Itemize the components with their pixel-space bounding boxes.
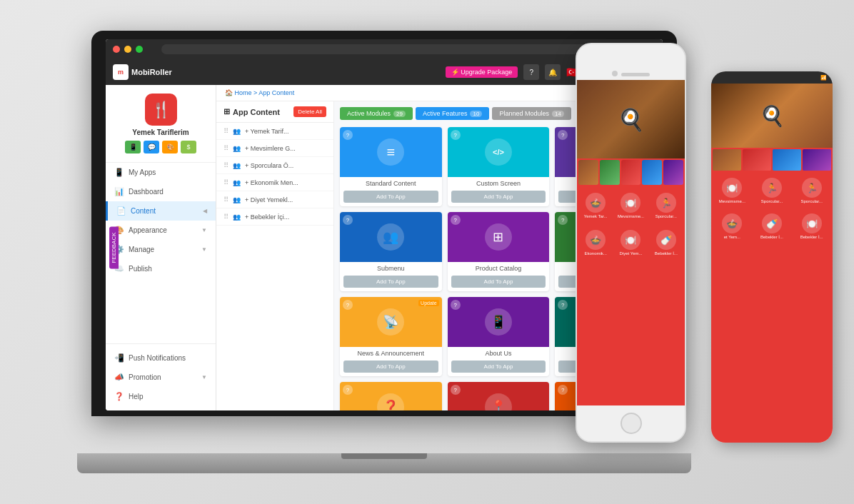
menu-item-2[interactable]: 🏃 Sporcular... <box>649 189 683 222</box>
panel-header: ⊞ App Content Delete All <box>216 101 333 123</box>
item-text-0: + Yemek Tarif... <box>245 128 289 135</box>
module-icon-10: 📍 <box>485 393 512 410</box>
sidebar-item-content[interactable]: 📄 Content ◀ <box>106 201 216 221</box>
item-text-3: + Ekonomik Men... <box>245 179 298 186</box>
iphone-screen: 🍳 🍲 Yemek Tar <box>577 80 685 405</box>
module-question-10[interactable]: ? <box>451 385 461 395</box>
sidebar-item-push[interactable]: 📲 Push Notifications <box>106 348 216 368</box>
module-header-10: ? 📍 <box>448 382 550 410</box>
menu-item-3[interactable]: 🍲 Ekonomik... <box>578 226 613 259</box>
module-question-9[interactable]: ? <box>343 385 353 395</box>
menu-icon-3: 🍲 <box>586 230 606 250</box>
logo-icon: m <box>113 64 129 80</box>
sidebar-item-help[interactable]: ❓ Help <box>106 387 216 406</box>
module-add-btn-7[interactable]: Add To App <box>451 361 546 373</box>
back-menu-label-4: et Yem... <box>724 235 740 239</box>
iphone-home-button[interactable] <box>621 413 642 434</box>
help-icon[interactable]: ? <box>523 64 539 80</box>
module-add-btn-6[interactable]: Add To App <box>343 361 438 373</box>
back-menu-item-5: 🍼 Bebekler İ... <box>753 211 792 242</box>
browser-dot-green[interactable] <box>136 46 143 53</box>
module-add-btn-4[interactable]: Add To App <box>451 276 546 288</box>
back-thumb-3 <box>773 149 801 171</box>
myapps-icon: 📱 <box>114 168 124 177</box>
promotion-arrow: ▼ <box>201 374 207 380</box>
module-name-3: Submenu <box>340 262 442 273</box>
type-icon-orange: 🎨 <box>162 141 178 153</box>
list-item[interactable]: ⠿ 👥 + Mevsimlere G... <box>216 140 333 157</box>
module-question-7[interactable]: ? <box>451 300 461 310</box>
manage-label: Manage <box>129 246 154 253</box>
list-item[interactable]: ⠿ 👥 + Ekonomik Men... <box>216 174 333 191</box>
menu-label-4: Diyet Yem... <box>619 251 642 256</box>
appearance-label: Appearance <box>129 226 167 234</box>
module-add-btn-1[interactable]: Add To App <box>451 191 546 203</box>
module-add-btn-3[interactable]: Add To App <box>343 276 438 288</box>
content-icon: 📄 <box>116 206 126 216</box>
sidebar-bottom: 📲 Push Notifications 📣 Promotion ▼ ❓ <box>106 343 216 410</box>
list-item[interactable]: ⠿ 👥 + Diyet Yemekl... <box>216 191 333 208</box>
browser-dot-red[interactable] <box>113 46 120 53</box>
upgrade-button[interactable]: ⚡ Upgrade Package <box>446 66 518 78</box>
browser-dot-yellow[interactable] <box>124 46 131 53</box>
food-image: 🍳 <box>577 80 685 158</box>
app-menu-grid-2: 🍲 Ekonomik... 🍽️ Diyet Yem... 🍼 Bebekler… <box>577 225 685 261</box>
list-item[interactable]: ⠿ 👥 + Yemek Tarif... <box>216 123 333 140</box>
feedback-tab[interactable]: FEEDBACK <box>109 226 119 268</box>
menu-item-1[interactable]: 🍽️ Mevsimsme... <box>613 189 648 222</box>
module-card-about-us: ? 📱 About Us Add To App <box>448 297 550 376</box>
item-text-4: + Diyet Yemekl... <box>245 196 293 203</box>
module-add-btn-0[interactable]: Add To App <box>343 191 438 203</box>
back-menu-icon-6: 🍽️ <box>802 213 822 233</box>
panel-grid-icon: ⊞ <box>223 107 230 116</box>
list-item[interactable]: ⠿ 👥 + Bebekler İçi... <box>216 208 333 226</box>
tab-planned-modules[interactable]: Planned Modules 14 <box>492 107 571 120</box>
module-header-4: ? ⊞ <box>448 212 550 262</box>
module-question-1[interactable]: ? <box>451 130 461 140</box>
module-icon-4: ⊞ <box>485 223 512 251</box>
module-question-0[interactable]: ? <box>343 130 353 140</box>
sidebar-item-dashboard[interactable]: 📊 Dashboard <box>106 182 216 201</box>
logo-text: MobiRoller <box>131 68 172 76</box>
mobiroler-logo: m MobiRoller <box>113 64 172 80</box>
panel-title-text: App Content <box>233 108 280 116</box>
app-icon: 🍴 <box>145 94 177 126</box>
module-question-3[interactable]: ? <box>343 215 353 225</box>
back-menu-label-3: Sporcular... <box>800 199 822 203</box>
module-name-6: News & Announcement <box>340 347 442 358</box>
sidebar-item-myapps[interactable]: 📱 My Apps <box>106 163 216 182</box>
type-icon-blue: 💬 <box>144 141 159 153</box>
sidebar-type-icons: 📱 💬 🎨 $ <box>125 141 196 153</box>
module-icon-1: </> <box>485 138 512 166</box>
sidebar-item-manage[interactable]: ⚙️ Manage ▼ <box>106 240 216 259</box>
delete-all-button[interactable]: Delete All <box>293 106 326 117</box>
menu-item-4[interactable]: 🍽️ Diyet Yem... <box>613 226 648 259</box>
app-menu-grid-1: 🍲 Yemek Tar... 🍽️ Mevsimsme... 🏃 Sporcul… <box>577 186 685 225</box>
back-menu-icon-4: 🍲 <box>722 213 742 233</box>
back-menu-item-1: 🍽️ Mevsimsme... <box>713 175 752 206</box>
list-item[interactable]: ⠿ 👥 + Sporculara Ö... <box>216 157 333 174</box>
menu-item-0[interactable]: 🍲 Yemek Tar... <box>578 189 613 222</box>
module-question-4[interactable]: ? <box>451 215 461 225</box>
menu-item-5[interactable]: 🍼 Bebekler İ... <box>649 226 683 259</box>
back-phone-menu-row1: 🍽️ Mevsimsme... 🏃 Sporcular... 🏃 Sporcul… <box>711 172 833 209</box>
sidebar-item-appearance[interactable]: 🎨 Appearance ▼ <box>106 221 216 240</box>
help-label: Help <box>129 393 144 400</box>
tab-planned-label: Planned Modules <box>499 110 549 117</box>
update-badge-6: Update <box>418 300 439 306</box>
manage-arrow: ▼ <box>201 246 207 253</box>
back-phone-hero: 🍳 <box>711 84 833 148</box>
back-phone-thumbs <box>711 148 833 172</box>
back-menu-item-2: 🏃 Sporcular... <box>753 175 792 206</box>
back-menu-item-4: 🍲 et Yem... <box>713 211 752 242</box>
tab-features-badge: 10 <box>470 111 482 117</box>
myapps-label: My Apps <box>129 168 156 176</box>
tab-active-features[interactable]: Active Features 10 <box>416 107 489 120</box>
sidebar-logo-area: 🍴 Yemek Tariflerim 📱 💬 🎨 $ <box>106 85 216 163</box>
add-icon-1: 👥 <box>233 145 241 152</box>
sidebar-item-publish[interactable]: ☁️ Publish <box>106 259 216 278</box>
module-icon-7: 📱 <box>485 308 512 336</box>
sidebar-item-promotion[interactable]: 📣 Promotion ▼ <box>106 368 216 387</box>
tab-active-modules[interactable]: Active Modules 29 <box>340 107 413 120</box>
module-question-6[interactable]: ? <box>343 300 353 310</box>
